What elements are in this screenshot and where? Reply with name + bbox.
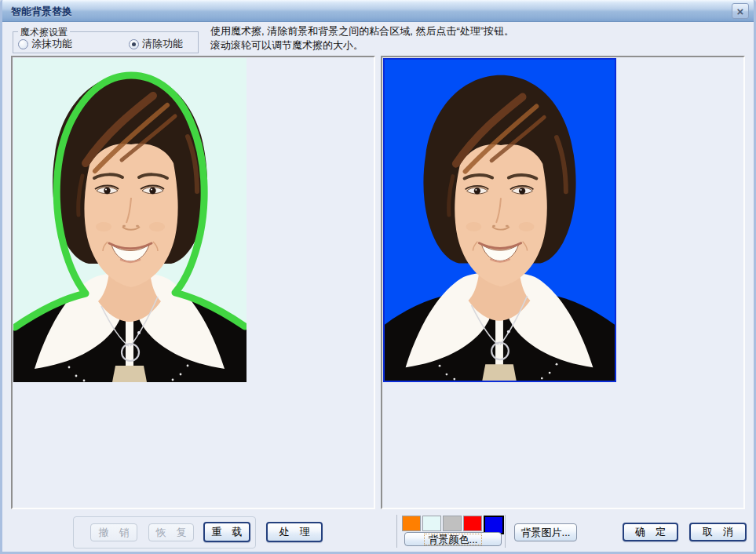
color-swatch[interactable] <box>463 516 482 531</box>
ok-button[interactable]: 确 定 <box>623 523 678 541</box>
instruction-line-2: 滚动滚轮可以调节魔术擦的大小。 <box>210 38 729 53</box>
instruction-text: 使用魔术擦, 清除前景和背景之间的粘合区域, 然后点击“处理”按钮。 滚动滚轮可… <box>210 24 729 53</box>
color-swatch[interactable] <box>422 516 441 531</box>
preview-panel <box>381 56 745 509</box>
undo-button[interactable]: 撤 销 <box>90 523 137 541</box>
close-icon[interactable]: × <box>732 3 749 19</box>
reload-button[interactable]: 重 载 <box>203 522 250 542</box>
right-photo-preview <box>383 58 616 382</box>
divider-line-right <box>505 515 506 548</box>
radio-option-smear[interactable]: 涂抹功能 <box>18 37 72 51</box>
divider-line-left <box>396 515 397 548</box>
radio-option-erase[interactable]: 清除功能 <box>129 37 183 51</box>
left-photo-canvas[interactable] <box>13 58 247 382</box>
radio-row: 涂抹功能 清除功能 <box>18 37 183 51</box>
instruction-line-1: 使用魔术擦, 清除前景和背景之间的粘合区域, 然后点击“处理”按钮。 <box>210 24 729 38</box>
portrait-illustration <box>385 60 615 381</box>
color-swatch[interactable] <box>443 516 462 531</box>
radio-icon-erase[interactable] <box>129 39 139 49</box>
radio-label-smear: 涂抹功能 <box>31 37 72 51</box>
edit-panel <box>11 56 375 509</box>
background-color-button[interactable]: 背景颜色... <box>404 532 502 546</box>
magic-eraser-settings-group: 魔术擦设置 涂抹功能 清除功能 <box>13 31 199 53</box>
background-color-button-label: 背景颜色... <box>424 534 483 545</box>
portrait-illustration <box>13 58 247 382</box>
process-button[interactable]: 处 理 <box>266 522 323 542</box>
radio-label-erase: 清除功能 <box>142 37 183 51</box>
radio-icon-smear[interactable] <box>18 39 28 49</box>
background-image-button[interactable]: 背景图片... <box>514 523 577 541</box>
background-replace-dialog: 智能背景替换 × 魔术擦设置 涂抹功能 清除功能 使用魔术擦, 清除前景和背景之… <box>0 0 756 554</box>
cancel-button[interactable]: 取 消 <box>689 523 747 541</box>
color-swatch[interactable] <box>402 516 421 531</box>
redo-button[interactable]: 恢 复 <box>148 523 194 541</box>
dialog-title: 智能背景替换 <box>11 5 72 19</box>
title-bar[interactable]: 智能背景替换 × <box>0 0 756 22</box>
